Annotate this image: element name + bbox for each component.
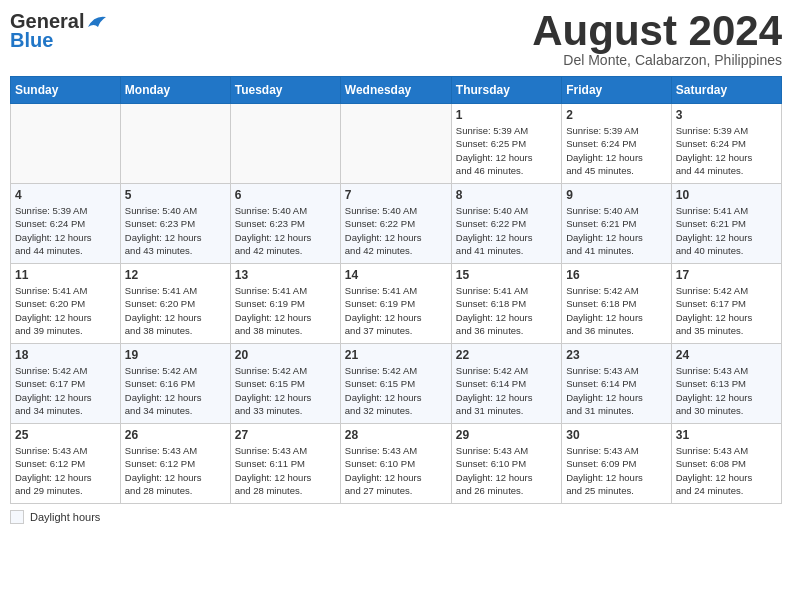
calendar-cell: 7Sunrise: 5:40 AM Sunset: 6:22 PM Daylig… — [340, 184, 451, 264]
calendar-cell: 29Sunrise: 5:43 AM Sunset: 6:10 PM Dayli… — [451, 424, 561, 504]
calendar-cell: 20Sunrise: 5:42 AM Sunset: 6:15 PM Dayli… — [230, 344, 340, 424]
day-info: Sunrise: 5:43 AM Sunset: 6:08 PM Dayligh… — [676, 444, 777, 497]
day-number: 27 — [235, 428, 336, 442]
day-info: Sunrise: 5:43 AM Sunset: 6:13 PM Dayligh… — [676, 364, 777, 417]
day-number: 25 — [15, 428, 116, 442]
day-info: Sunrise: 5:39 AM Sunset: 6:25 PM Dayligh… — [456, 124, 557, 177]
day-number: 17 — [676, 268, 777, 282]
calendar-row: 18Sunrise: 5:42 AM Sunset: 6:17 PM Dayli… — [11, 344, 782, 424]
calendar-cell: 18Sunrise: 5:42 AM Sunset: 6:17 PM Dayli… — [11, 344, 121, 424]
calendar-cell: 10Sunrise: 5:41 AM Sunset: 6:21 PM Dayli… — [671, 184, 781, 264]
day-number: 2 — [566, 108, 666, 122]
day-info: Sunrise: 5:43 AM Sunset: 6:12 PM Dayligh… — [15, 444, 116, 497]
calendar-cell: 31Sunrise: 5:43 AM Sunset: 6:08 PM Dayli… — [671, 424, 781, 504]
day-info: Sunrise: 5:42 AM Sunset: 6:17 PM Dayligh… — [15, 364, 116, 417]
day-number: 29 — [456, 428, 557, 442]
day-info: Sunrise: 5:40 AM Sunset: 6:23 PM Dayligh… — [235, 204, 336, 257]
day-info: Sunrise: 5:43 AM Sunset: 6:10 PM Dayligh… — [345, 444, 447, 497]
day-info: Sunrise: 5:43 AM Sunset: 6:14 PM Dayligh… — [566, 364, 666, 417]
day-info: Sunrise: 5:43 AM Sunset: 6:09 PM Dayligh… — [566, 444, 666, 497]
day-info: Sunrise: 5:41 AM Sunset: 6:19 PM Dayligh… — [345, 284, 447, 337]
calendar-cell — [120, 104, 230, 184]
calendar-cell — [340, 104, 451, 184]
col-wednesday: Wednesday — [340, 77, 451, 104]
col-tuesday: Tuesday — [230, 77, 340, 104]
day-info: Sunrise: 5:39 AM Sunset: 6:24 PM Dayligh… — [676, 124, 777, 177]
day-info: Sunrise: 5:41 AM Sunset: 6:19 PM Dayligh… — [235, 284, 336, 337]
day-number: 15 — [456, 268, 557, 282]
day-number: 13 — [235, 268, 336, 282]
day-info: Sunrise: 5:39 AM Sunset: 6:24 PM Dayligh… — [566, 124, 666, 177]
day-info: Sunrise: 5:42 AM Sunset: 6:15 PM Dayligh… — [345, 364, 447, 417]
day-number: 8 — [456, 188, 557, 202]
day-number: 4 — [15, 188, 116, 202]
day-number: 19 — [125, 348, 226, 362]
day-number: 9 — [566, 188, 666, 202]
logo-bird-icon — [86, 13, 108, 31]
day-number: 12 — [125, 268, 226, 282]
day-number: 16 — [566, 268, 666, 282]
day-info: Sunrise: 5:42 AM Sunset: 6:15 PM Dayligh… — [235, 364, 336, 417]
calendar-cell: 19Sunrise: 5:42 AM Sunset: 6:16 PM Dayli… — [120, 344, 230, 424]
day-info: Sunrise: 5:40 AM Sunset: 6:22 PM Dayligh… — [456, 204, 557, 257]
day-number: 18 — [15, 348, 116, 362]
day-number: 21 — [345, 348, 447, 362]
calendar-cell: 5Sunrise: 5:40 AM Sunset: 6:23 PM Daylig… — [120, 184, 230, 264]
title-area: August 2024 Del Monte, Calabarzon, Phili… — [532, 10, 782, 68]
calendar-table: Sunday Monday Tuesday Wednesday Thursday… — [10, 76, 782, 504]
calendar-cell: 24Sunrise: 5:43 AM Sunset: 6:13 PM Dayli… — [671, 344, 781, 424]
col-sunday: Sunday — [11, 77, 121, 104]
day-number: 26 — [125, 428, 226, 442]
calendar-cell: 16Sunrise: 5:42 AM Sunset: 6:18 PM Dayli… — [562, 264, 671, 344]
day-number: 22 — [456, 348, 557, 362]
calendar-cell: 13Sunrise: 5:41 AM Sunset: 6:19 PM Dayli… — [230, 264, 340, 344]
day-number: 7 — [345, 188, 447, 202]
daylight-box — [10, 510, 24, 524]
day-info: Sunrise: 5:41 AM Sunset: 6:18 PM Dayligh… — [456, 284, 557, 337]
calendar-cell: 27Sunrise: 5:43 AM Sunset: 6:11 PM Dayli… — [230, 424, 340, 504]
day-number: 5 — [125, 188, 226, 202]
col-thursday: Thursday — [451, 77, 561, 104]
logo-blue: Blue — [10, 29, 53, 52]
day-number: 31 — [676, 428, 777, 442]
day-info: Sunrise: 5:42 AM Sunset: 6:14 PM Dayligh… — [456, 364, 557, 417]
day-number: 28 — [345, 428, 447, 442]
calendar-cell: 9Sunrise: 5:40 AM Sunset: 6:21 PM Daylig… — [562, 184, 671, 264]
day-number: 14 — [345, 268, 447, 282]
calendar-cell — [230, 104, 340, 184]
day-number: 10 — [676, 188, 777, 202]
day-info: Sunrise: 5:41 AM Sunset: 6:20 PM Dayligh… — [125, 284, 226, 337]
calendar-cell — [11, 104, 121, 184]
day-number: 23 — [566, 348, 666, 362]
day-info: Sunrise: 5:42 AM Sunset: 6:16 PM Dayligh… — [125, 364, 226, 417]
day-info: Sunrise: 5:41 AM Sunset: 6:20 PM Dayligh… — [15, 284, 116, 337]
day-info: Sunrise: 5:40 AM Sunset: 6:22 PM Dayligh… — [345, 204, 447, 257]
calendar-cell: 26Sunrise: 5:43 AM Sunset: 6:12 PM Dayli… — [120, 424, 230, 504]
day-info: Sunrise: 5:42 AM Sunset: 6:17 PM Dayligh… — [676, 284, 777, 337]
logo: General Blue — [10, 10, 108, 52]
footer: Daylight hours — [10, 510, 782, 524]
calendar-row: 1Sunrise: 5:39 AM Sunset: 6:25 PM Daylig… — [11, 104, 782, 184]
day-info: Sunrise: 5:43 AM Sunset: 6:12 PM Dayligh… — [125, 444, 226, 497]
calendar-cell: 21Sunrise: 5:42 AM Sunset: 6:15 PM Dayli… — [340, 344, 451, 424]
calendar-row: 11Sunrise: 5:41 AM Sunset: 6:20 PM Dayli… — [11, 264, 782, 344]
calendar-title: August 2024 — [532, 10, 782, 52]
calendar-cell: 28Sunrise: 5:43 AM Sunset: 6:10 PM Dayli… — [340, 424, 451, 504]
calendar-cell: 15Sunrise: 5:41 AM Sunset: 6:18 PM Dayli… — [451, 264, 561, 344]
calendar-row: 25Sunrise: 5:43 AM Sunset: 6:12 PM Dayli… — [11, 424, 782, 504]
calendar-cell: 6Sunrise: 5:40 AM Sunset: 6:23 PM Daylig… — [230, 184, 340, 264]
day-info: Sunrise: 5:39 AM Sunset: 6:24 PM Dayligh… — [15, 204, 116, 257]
calendar-cell: 2Sunrise: 5:39 AM Sunset: 6:24 PM Daylig… — [562, 104, 671, 184]
calendar-cell: 11Sunrise: 5:41 AM Sunset: 6:20 PM Dayli… — [11, 264, 121, 344]
day-info: Sunrise: 5:43 AM Sunset: 6:11 PM Dayligh… — [235, 444, 336, 497]
day-info: Sunrise: 5:40 AM Sunset: 6:21 PM Dayligh… — [566, 204, 666, 257]
calendar-cell: 12Sunrise: 5:41 AM Sunset: 6:20 PM Dayli… — [120, 264, 230, 344]
calendar-cell: 30Sunrise: 5:43 AM Sunset: 6:09 PM Dayli… — [562, 424, 671, 504]
day-number: 1 — [456, 108, 557, 122]
day-info: Sunrise: 5:40 AM Sunset: 6:23 PM Dayligh… — [125, 204, 226, 257]
col-monday: Monday — [120, 77, 230, 104]
calendar-cell: 8Sunrise: 5:40 AM Sunset: 6:22 PM Daylig… — [451, 184, 561, 264]
col-saturday: Saturday — [671, 77, 781, 104]
calendar-cell: 1Sunrise: 5:39 AM Sunset: 6:25 PM Daylig… — [451, 104, 561, 184]
calendar-cell: 25Sunrise: 5:43 AM Sunset: 6:12 PM Dayli… — [11, 424, 121, 504]
